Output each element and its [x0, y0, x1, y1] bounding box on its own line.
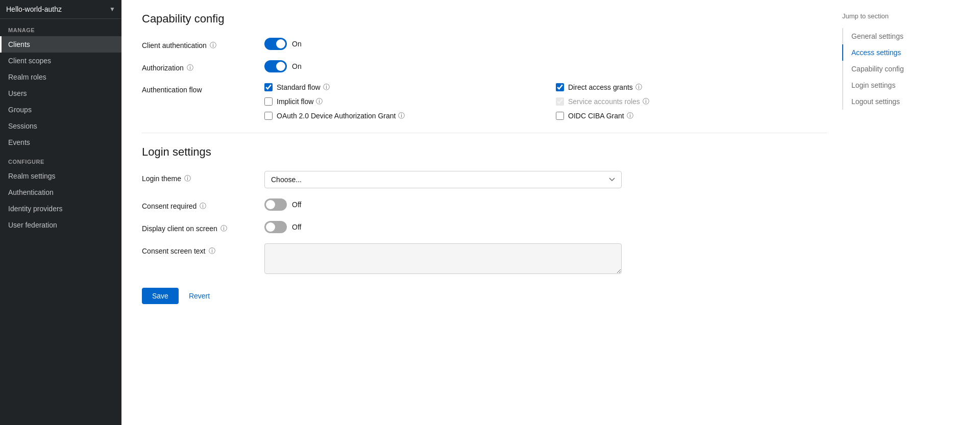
sidebar-item-realm-roles[interactable]: Realm roles: [0, 69, 121, 85]
sidebar: Hello-world-authz ▼ Manage Clients Clien…: [0, 0, 121, 425]
right-nav-login-settings[interactable]: Login settings: [842, 77, 949, 93]
consent-screen-text-textarea[interactable]: [264, 243, 622, 274]
client-authentication-control: On: [264, 38, 827, 50]
implicit-flow-label[interactable]: Implicit flow ⓘ: [277, 97, 323, 106]
right-nav-access-settings[interactable]: Access settings: [842, 44, 949, 61]
right-nav-logout-settings[interactable]: Logout settings: [842, 93, 949, 110]
login-theme-info-icon: ⓘ: [184, 174, 191, 183]
authorization-label: Authorization ⓘ: [142, 60, 254, 72]
sidebar-item-identity-providers[interactable]: Identity providers: [0, 201, 121, 217]
oidc-ciba-label[interactable]: OIDC CIBA Grant ⓘ: [568, 111, 633, 120]
direct-access-grants-label[interactable]: Direct access grants ⓘ: [568, 83, 642, 92]
implicit-flow-info-icon: ⓘ: [316, 97, 323, 106]
consent-screen-text-control: [264, 243, 827, 276]
right-nav-items: General settings Access settings Capabil…: [842, 28, 949, 110]
authentication-flow-row: Authentication flow Standard flow ⓘ: [142, 83, 827, 120]
revert-button[interactable]: Revert: [183, 288, 216, 304]
sidebar-item-realm-settings[interactable]: Realm settings: [0, 168, 121, 184]
login-theme-label: Login theme ⓘ: [142, 171, 254, 183]
standard-flow-item: Standard flow ⓘ: [264, 83, 535, 92]
consent-required-toggle[interactable]: [264, 198, 287, 211]
standard-flow-info-icon: ⓘ: [323, 83, 330, 92]
consent-required-toggle-label: Off: [292, 201, 301, 209]
client-authentication-row: Client authentication ⓘ On: [142, 38, 827, 50]
client-authentication-toggle[interactable]: [264, 38, 287, 50]
display-client-toggle[interactable]: [264, 221, 287, 233]
authorization-control: On: [264, 60, 827, 72]
content-area: Capability config Client authentication …: [142, 12, 827, 324]
authentication-flow-grid: Standard flow ⓘ Direct access grants ⓘ: [264, 83, 827, 120]
service-accounts-roles-label: Service accounts roles ⓘ: [568, 97, 649, 106]
realm-name: Hello-world-authz: [6, 5, 62, 13]
section-divider: [142, 133, 827, 133]
oauth2-device-checkbox[interactable]: [264, 112, 273, 120]
capability-config-title: Capability config: [142, 12, 827, 26]
service-accounts-roles-item: Service accounts roles ⓘ: [556, 97, 827, 106]
oauth2-device-item: OAuth 2.0 Device Authorization Grant ⓘ: [264, 111, 535, 120]
consent-required-info-icon: ⓘ: [200, 202, 206, 211]
oidc-ciba-item: OIDC CIBA Grant ⓘ: [556, 111, 827, 120]
sidebar-item-sessions[interactable]: Sessions: [0, 118, 121, 134]
login-settings-title: Login settings: [142, 145, 827, 159]
implicit-flow-checkbox[interactable]: [264, 97, 273, 106]
standard-flow-label[interactable]: Standard flow ⓘ: [277, 83, 330, 92]
oidc-ciba-info-icon: ⓘ: [627, 111, 633, 120]
authorization-row: Authorization ⓘ On: [142, 60, 827, 72]
authorization-toggle-label: On: [292, 62, 302, 70]
service-accounts-roles-info-icon: ⓘ: [643, 97, 649, 106]
implicit-flow-item: Implicit flow ⓘ: [264, 97, 535, 106]
consent-required-row: Consent required ⓘ Off: [142, 198, 827, 211]
authorization-toggle[interactable]: [264, 60, 287, 72]
sidebar-item-client-scopes[interactable]: Client scopes: [0, 53, 121, 69]
right-nav-title: Jump to section: [842, 12, 949, 20]
direct-access-grants-checkbox[interactable]: [556, 83, 564, 91]
sidebar-item-user-federation[interactable]: User federation: [0, 217, 121, 233]
sidebar-section-configure: Configure Realm settings Authentication …: [0, 151, 121, 233]
oidc-ciba-checkbox[interactable]: [556, 112, 564, 120]
right-nav-capability-config[interactable]: Capability config: [842, 61, 949, 77]
footer-actions: Save Revert: [142, 288, 827, 324]
consent-required-label: Consent required ⓘ: [142, 198, 254, 211]
realm-selector[interactable]: Hello-world-authz ▼: [0, 0, 121, 19]
realm-chevron-icon: ▼: [109, 6, 115, 13]
consent-screen-text-info-icon: ⓘ: [209, 246, 215, 256]
sidebar-section-manage: Manage Clients Client scopes Realm roles…: [0, 19, 121, 151]
consent-screen-text-row: Consent screen text ⓘ: [142, 243, 827, 276]
sidebar-item-events[interactable]: Events: [0, 134, 121, 151]
authentication-flow-label: Authentication flow: [142, 83, 254, 94]
direct-access-grants-info-icon: ⓘ: [635, 83, 642, 92]
sidebar-item-authentication[interactable]: Authentication: [0, 184, 121, 201]
display-client-control: Off: [264, 221, 827, 233]
main-content: Capability config Client authentication …: [121, 0, 980, 425]
display-client-info-icon: ⓘ: [220, 224, 227, 233]
authorization-info-icon: ⓘ: [187, 63, 193, 72]
sidebar-section-manage-label: Manage: [0, 19, 121, 36]
login-theme-select[interactable]: Choose...: [264, 171, 622, 188]
login-theme-row: Login theme ⓘ Choose...: [142, 171, 827, 188]
direct-access-grants-item: Direct access grants ⓘ: [556, 83, 827, 92]
oauth2-device-info-icon: ⓘ: [398, 111, 405, 120]
display-client-row: Display client on screen ⓘ Off: [142, 221, 827, 233]
consent-screen-text-label: Consent screen text ⓘ: [142, 243, 254, 256]
sidebar-section-configure-label: Configure: [0, 151, 121, 168]
consent-required-control: Off: [264, 198, 827, 211]
oauth2-device-label[interactable]: OAuth 2.0 Device Authorization Grant ⓘ: [277, 111, 405, 120]
client-authentication-label: Client authentication ⓘ: [142, 38, 254, 50]
sidebar-item-users[interactable]: Users: [0, 85, 121, 102]
right-nav: Jump to section General settings Access …: [827, 12, 949, 324]
client-authentication-toggle-label: On: [292, 40, 302, 48]
standard-flow-checkbox[interactable]: [264, 83, 273, 91]
sidebar-item-clients[interactable]: Clients: [0, 36, 121, 53]
display-client-toggle-label: Off: [292, 223, 301, 231]
authentication-flow-control: Standard flow ⓘ Direct access grants ⓘ: [264, 83, 827, 120]
display-client-label: Display client on screen ⓘ: [142, 221, 254, 233]
sidebar-item-groups[interactable]: Groups: [0, 102, 121, 118]
client-authentication-info-icon: ⓘ: [210, 41, 216, 50]
login-theme-control: Choose...: [264, 171, 827, 188]
right-nav-general-settings[interactable]: General settings: [842, 28, 949, 44]
service-accounts-roles-checkbox[interactable]: [556, 97, 564, 106]
save-button[interactable]: Save: [142, 288, 179, 304]
